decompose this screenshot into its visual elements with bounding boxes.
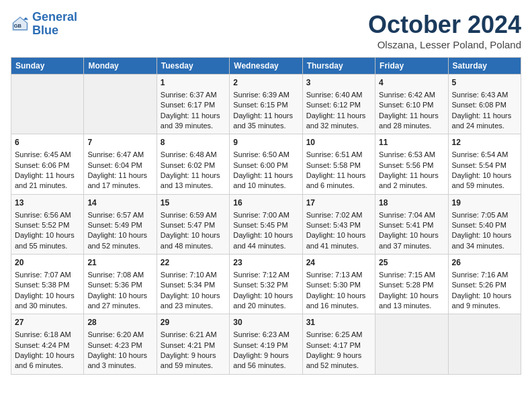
sunset-text: Sunset: 5:28 PM [379, 281, 433, 289]
day-header-monday: Monday [84, 58, 157, 75]
daylight-text: Daylight: 10 hours and 9 minutes. [452, 291, 512, 310]
sunset-text: Sunset: 5:49 PM [87, 221, 142, 229]
svg-text:GB: GB [14, 22, 22, 28]
calendar-cell: 6Sunrise: 6:45 AMSunset: 6:06 PMDaylight… [11, 134, 84, 194]
svg-marker-2 [24, 17, 28, 20]
calendar-week-row: 20Sunrise: 7:07 AMSunset: 5:38 PMDayligh… [11, 255, 521, 314]
day-number: 3 [306, 77, 371, 89]
sunrise-text: Sunrise: 6:37 AM [161, 91, 217, 99]
sunrise-text: Sunrise: 6:47 AM [87, 150, 144, 158]
calendar-cell: 14Sunrise: 6:57 AMSunset: 5:49 PMDayligh… [84, 194, 157, 254]
calendar-cell: 1Sunrise: 6:37 AMSunset: 6:17 PMDaylight… [157, 75, 229, 134]
day-number: 7 [87, 137, 152, 148]
sunset-text: Sunset: 5:45 PM [233, 221, 287, 229]
calendar-cell: 26Sunrise: 7:16 AMSunset: 5:26 PMDayligh… [448, 255, 521, 314]
calendar-header-row: SundayMondayTuesdayWednesdayThursdayFrid… [11, 58, 521, 75]
sunset-text: Sunset: 5:26 PM [452, 281, 506, 289]
day-number: 6 [15, 137, 80, 148]
daylight-text: Daylight: 10 hours and 16 minutes. [306, 291, 366, 310]
day-number: 11 [379, 137, 444, 148]
sunset-text: Sunset: 6:00 PM [233, 161, 287, 169]
sunrise-text: Sunrise: 6:54 AM [452, 150, 508, 158]
daylight-text: Daylight: 10 hours and 48 minutes. [161, 231, 220, 249]
sunrise-text: Sunrise: 6:25 AM [306, 330, 363, 338]
sunset-text: Sunset: 5:41 PM [379, 221, 433, 229]
daylight-text: Daylight: 10 hours and 52 minutes. [87, 231, 147, 249]
sunset-text: Sunset: 5:52 PM [15, 221, 69, 229]
calendar-cell: 7Sunrise: 6:47 AMSunset: 6:04 PMDaylight… [84, 134, 157, 194]
sunrise-text: Sunrise: 7:10 AM [161, 271, 217, 279]
calendar-week-row: 1Sunrise: 6:37 AMSunset: 6:17 PMDaylight… [11, 75, 521, 134]
sunrise-text: Sunrise: 7:07 AM [15, 271, 71, 279]
daylight-text: Daylight: 10 hours and 6 minutes. [15, 351, 75, 369]
calendar-cell [448, 314, 521, 374]
calendar-cell: 21Sunrise: 7:08 AMSunset: 5:36 PMDayligh… [84, 255, 157, 314]
calendar-cell: 30Sunrise: 6:23 AMSunset: 4:19 PMDayligh… [230, 314, 302, 374]
sunrise-text: Sunrise: 6:57 AM [87, 211, 144, 219]
sunset-text: Sunset: 5:43 PM [306, 221, 361, 229]
daylight-text: Daylight: 11 hours and 13 minutes. [161, 171, 220, 189]
daylight-text: Daylight: 11 hours and 2 minutes. [379, 171, 439, 189]
daylight-text: Daylight: 10 hours and 20 minutes. [233, 291, 293, 310]
daylight-text: Daylight: 11 hours and 17 minutes. [87, 171, 147, 189]
calendar-cell: 25Sunrise: 7:15 AMSunset: 5:28 PMDayligh… [375, 255, 448, 314]
sunset-text: Sunset: 6:17 PM [161, 101, 215, 109]
day-header-tuesday: Tuesday [157, 58, 229, 75]
daylight-text: Daylight: 11 hours and 39 minutes. [161, 111, 220, 130]
calendar-cell: 5Sunrise: 6:43 AMSunset: 6:08 PMDaylight… [448, 75, 521, 134]
sunset-text: Sunset: 6:12 PM [306, 101, 361, 109]
day-number: 4 [379, 77, 444, 89]
daylight-text: Daylight: 10 hours and 59 minutes. [452, 171, 512, 189]
calendar-cell: 31Sunrise: 6:25 AMSunset: 4:17 PMDayligh… [302, 314, 375, 374]
calendar-cell: 12Sunrise: 6:54 AMSunset: 5:54 PMDayligh… [448, 134, 521, 194]
calendar-cell: 22Sunrise: 7:10 AMSunset: 5:34 PMDayligh… [157, 255, 229, 314]
daylight-text: Daylight: 10 hours and 30 minutes. [15, 291, 75, 310]
sunrise-text: Sunrise: 7:13 AM [306, 271, 363, 279]
day-number: 16 [233, 197, 298, 209]
calendar-cell: 17Sunrise: 7:02 AMSunset: 5:43 PMDayligh… [302, 194, 375, 254]
sunrise-text: Sunrise: 6:50 AM [233, 150, 290, 158]
day-number: 19 [452, 197, 517, 209]
sunrise-text: Sunrise: 6:59 AM [161, 211, 217, 219]
day-number: 10 [306, 137, 371, 148]
daylight-text: Daylight: 10 hours and 23 minutes. [161, 291, 220, 310]
calendar-cell: 18Sunrise: 7:04 AMSunset: 5:41 PMDayligh… [375, 194, 448, 254]
sunset-text: Sunset: 4:19 PM [233, 341, 287, 349]
sunset-text: Sunset: 5:47 PM [161, 221, 215, 229]
sunrise-text: Sunrise: 7:12 AM [233, 271, 290, 279]
daylight-text: Daylight: 9 hours and 52 minutes. [306, 351, 362, 369]
calendar-cell: 11Sunrise: 6:53 AMSunset: 5:56 PMDayligh… [375, 134, 448, 194]
sunset-text: Sunset: 5:54 PM [452, 161, 506, 169]
sunset-text: Sunset: 5:32 PM [233, 281, 287, 289]
calendar-cell: 16Sunrise: 7:00 AMSunset: 5:45 PMDayligh… [230, 194, 302, 254]
day-number: 26 [452, 257, 517, 269]
sunset-text: Sunset: 5:38 PM [15, 281, 69, 289]
calendar-cell: 19Sunrise: 7:05 AMSunset: 5:40 PMDayligh… [448, 194, 521, 254]
day-number: 20 [15, 257, 80, 269]
calendar-cell [375, 314, 448, 374]
calendar-cell [11, 75, 84, 134]
day-number: 15 [161, 197, 226, 209]
calendar-cell: 4Sunrise: 6:42 AMSunset: 6:10 PMDaylight… [375, 75, 448, 134]
sunrise-text: Sunrise: 6:23 AM [233, 330, 290, 338]
day-number: 18 [379, 197, 444, 209]
daylight-text: Daylight: 9 hours and 59 minutes. [161, 351, 216, 369]
logo-icon: GB [11, 15, 30, 34]
calendar-cell: 2Sunrise: 6:39 AMSunset: 6:15 PMDaylight… [230, 75, 302, 134]
sunrise-text: Sunrise: 7:02 AM [306, 211, 363, 219]
day-number: 31 [306, 317, 371, 328]
daylight-text: Daylight: 10 hours and 44 minutes. [233, 231, 293, 249]
calendar-cell: 10Sunrise: 6:51 AMSunset: 5:58 PMDayligh… [302, 134, 375, 194]
calendar-cell: 24Sunrise: 7:13 AMSunset: 5:30 PMDayligh… [302, 255, 375, 314]
sunrise-text: Sunrise: 7:04 AM [379, 211, 435, 219]
sunset-text: Sunset: 6:10 PM [379, 101, 433, 109]
sunset-text: Sunset: 5:34 PM [161, 281, 215, 289]
daylight-text: Daylight: 10 hours and 55 minutes. [15, 231, 75, 249]
day-header-saturday: Saturday [448, 58, 521, 75]
day-number: 27 [15, 317, 80, 328]
sunset-text: Sunset: 4:21 PM [161, 341, 215, 349]
sunset-text: Sunset: 5:40 PM [452, 221, 506, 229]
sunrise-text: Sunrise: 6:43 AM [452, 91, 508, 99]
sunset-text: Sunset: 6:02 PM [161, 161, 215, 169]
sunset-text: Sunset: 4:24 PM [15, 341, 69, 349]
